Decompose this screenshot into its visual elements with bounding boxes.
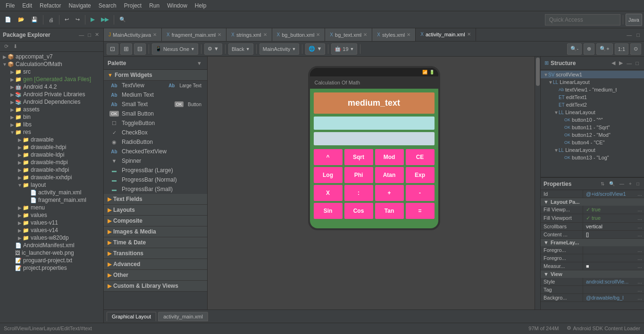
tree-item-activity-main[interactable]: 📄 activity_main.xml bbox=[0, 189, 103, 196]
prop-edit-fill-viewport-btn[interactable]: … bbox=[636, 206, 644, 214]
preview-area[interactable]: 📶 🔋 Calculation Of Math medium_text bbox=[208, 57, 540, 309]
tree-item-drawable-ldpi[interactable]: ▶ 📁 drawable-ldpi bbox=[0, 151, 103, 159]
locale-btn[interactable]: 🌐 ▼ bbox=[305, 43, 325, 55]
btn-x[interactable]: X bbox=[314, 185, 343, 201]
tree-item-drawable-hdpi[interactable]: ▶ 📁 drawable-hdpi bbox=[0, 143, 103, 151]
zoom-in-btn[interactable]: 🔍+ bbox=[596, 43, 612, 55]
zoom-100-btn[interactable]: 1:1 bbox=[615, 43, 628, 55]
tree-item-gen[interactable]: ▶ 📁 gen [Generated Java Files] bbox=[0, 75, 103, 83]
tree-item-fragment-main[interactable]: 📄 fragment_main.xml bbox=[0, 196, 103, 204]
editor-maximize-btn[interactable]: □ bbox=[635, 32, 641, 38]
explorer-collapse-btn[interactable]: — bbox=[77, 31, 85, 38]
preview-scroll[interactable]: 📶 🔋 Calculation Of Math medium_text bbox=[208, 57, 540, 309]
prop-row-content[interactable]: Content ... [] … bbox=[541, 231, 644, 239]
palette-section-header-custom-library[interactable]: ▶ Custom & Library Views bbox=[104, 281, 207, 292]
menu-run[interactable]: Run bbox=[145, 1, 163, 10]
outline-minimize-btn[interactable]: — bbox=[625, 59, 633, 67]
explorer-toolbar-btn1[interactable]: ⟳ bbox=[3, 43, 10, 50]
palette-item-togglebutton[interactable]: ☐ ToggleButton bbox=[104, 118, 207, 128]
tab-close-styles[interactable]: ✕ bbox=[407, 32, 410, 37]
config-btn[interactable]: ⚙ ▼ bbox=[204, 43, 222, 55]
prop-row-fill-viewport2[interactable]: Fill Viewport ✓ true … bbox=[541, 214, 644, 223]
outline-item-edittext2[interactable]: ET editText2 bbox=[541, 101, 644, 109]
btn-tan[interactable]: Tan bbox=[375, 203, 404, 219]
outline-item-linearlayout3[interactable]: ▼ LL LinearLayout bbox=[541, 146, 644, 154]
btn-atan[interactable]: Atan bbox=[375, 167, 404, 183]
menu-window[interactable]: Window bbox=[163, 1, 191, 10]
tab-close-bg-text[interactable]: ✕ bbox=[363, 32, 367, 37]
btn-phi[interactable]: Phi bbox=[344, 167, 373, 183]
tab-bg-text[interactable]: X bg_text.xml ✕ bbox=[325, 28, 372, 42]
prop-row-tag[interactable]: Tag … bbox=[541, 286, 644, 294]
redo-btn[interactable]: ↪ bbox=[73, 14, 83, 26]
tree-item-androidmanifest[interactable]: 📄 AndroidManifest.xml bbox=[0, 242, 103, 249]
tree-item-drawable[interactable]: ▶ 📁 drawable bbox=[0, 136, 103, 143]
palette-section-header-other[interactable]: ▶ Other bbox=[104, 270, 207, 281]
prop-row-scrollbars[interactable]: Scrollbars vertical … bbox=[541, 223, 644, 231]
menu-project[interactable]: Project bbox=[120, 1, 145, 10]
tree-item-android-deps[interactable]: ▶ 📚 Android Dependencies bbox=[0, 98, 103, 106]
scrollbar-thumb[interactable] bbox=[536, 58, 540, 86]
palette-section-header-form-widgets[interactable]: ▼ Form Widgets bbox=[104, 70, 207, 81]
tab-fragment-main[interactable]: X fragment_main.xml ✕ bbox=[162, 28, 226, 42]
preview-scrollbar[interactable] bbox=[535, 57, 540, 309]
palette-section-header-composite[interactable]: ▶ Composite bbox=[104, 216, 207, 226]
tree-item-libs[interactable]: ▶ 📁 libs bbox=[0, 121, 103, 128]
layout-mode-btn[interactable]: ⊟ bbox=[134, 43, 146, 55]
save-btn[interactable]: 💾 bbox=[28, 14, 41, 26]
menu-edit[interactable]: Edit bbox=[18, 1, 36, 10]
prop-edit-content-btn[interactable]: … bbox=[636, 231, 644, 238]
quick-access-input[interactable] bbox=[545, 14, 620, 25]
tree-item-bin[interactable]: ▶ 📁 bin bbox=[0, 113, 103, 121]
device-selector-btn[interactable]: 📱 Nexus One ▼ bbox=[152, 43, 198, 55]
prop-sort-btn[interactable]: ⇅ bbox=[599, 180, 606, 187]
btn-exp[interactable]: Exp bbox=[406, 167, 435, 183]
tree-item-layout[interactable]: ▼ 📁 layout bbox=[0, 181, 103, 189]
outline-next-btn[interactable]: ▶ bbox=[618, 59, 624, 67]
palette-item-small-text-button[interactable]: Ab Small Text OK Button bbox=[104, 100, 207, 109]
menu-help[interactable]: Help bbox=[191, 1, 210, 10]
palette-item-textview[interactable]: Ab TextView Ab Large Text bbox=[104, 81, 207, 90]
palette-section-header-text-fields[interactable]: ▶ Text Fields bbox=[104, 194, 207, 205]
menu-refactor[interactable]: Refactor bbox=[36, 1, 65, 10]
palette-item-checkedtextview[interactable]: Ab CheckedTextView bbox=[104, 147, 207, 156]
outline-item-textview1[interactable]: Ab textView1 - "medium_t bbox=[541, 86, 644, 93]
prop-row-fill-viewport[interactable]: Fill Viewp... ✓ true … bbox=[541, 206, 644, 214]
edittext2-widget[interactable] bbox=[314, 132, 435, 145]
explorer-close-btn[interactable]: ✕ bbox=[93, 31, 100, 38]
menu-file[interactable]: File bbox=[2, 1, 18, 10]
btn-log[interactable]: Log bbox=[314, 167, 343, 183]
fullscreen-btn[interactable]: ⊞ bbox=[120, 43, 132, 55]
palette-item-progressbar-normal[interactable]: ▬ ProgressBar (Normal) bbox=[104, 175, 207, 184]
tab-activity-main-xml[interactable]: activity_main.xml bbox=[158, 312, 208, 321]
tree-item-ic-launcher[interactable]: 🖼 ic_launcher-web.png bbox=[0, 249, 103, 257]
prop-edit-foregro2-btn[interactable]: … bbox=[636, 254, 644, 262]
zoom-out-btn[interactable]: 🔍- bbox=[567, 43, 582, 55]
menu-navigate[interactable]: Navigate bbox=[65, 1, 94, 10]
tree-item-values-v14[interactable]: ▶ 📁 values-v14 bbox=[0, 226, 103, 234]
tree-item-proguard[interactable]: 📝 proguard-project.txt bbox=[0, 257, 103, 264]
btn-sqrt[interactable]: Sqrt bbox=[344, 149, 373, 165]
btn-equals[interactable]: = bbox=[406, 203, 435, 219]
tab-close-fragment-main[interactable]: ✕ bbox=[217, 32, 221, 37]
edittext1-widget[interactable] bbox=[314, 117, 435, 130]
prop-edit-scrollbars-btn[interactable]: … bbox=[636, 223, 644, 230]
undo-btn[interactable]: ↩ bbox=[62, 14, 72, 26]
palette-section-header-time-date[interactable]: ▶ Time & Date bbox=[104, 237, 207, 248]
search-toolbar-btn[interactable]: 🔍 bbox=[117, 14, 129, 26]
tab-styles[interactable]: X styles.xml ✕ bbox=[372, 28, 416, 42]
prop-row-measur[interactable]: Measur... ■ … bbox=[541, 262, 644, 270]
tab-activity-main[interactable]: X activity_main.xml ✕ bbox=[416, 28, 476, 42]
prop-row-foregro1[interactable]: Foregro... … bbox=[541, 246, 644, 254]
prop-edit-background-btn[interactable]: … bbox=[636, 294, 644, 301]
prop-row-foregro2[interactable]: Foregro... … bbox=[541, 254, 644, 262]
outline-item-button12[interactable]: OK button12 - "Mod" bbox=[541, 131, 644, 139]
tree-item-values[interactable]: ▶ 📁 values bbox=[0, 211, 103, 219]
java-perspective-btn[interactable]: Java bbox=[626, 14, 642, 26]
btn-ce[interactable]: CE bbox=[406, 149, 435, 165]
new-btn[interactable]: 📄 bbox=[2, 14, 14, 26]
btn-colon[interactable]: : bbox=[344, 185, 373, 201]
tab-close-mainactivity[interactable]: ✕ bbox=[153, 32, 157, 37]
tree-item-values-v11[interactable]: ▶ 📁 values-v11 bbox=[0, 219, 103, 226]
activity-btn[interactable]: MainActivity ▼ bbox=[259, 43, 300, 55]
